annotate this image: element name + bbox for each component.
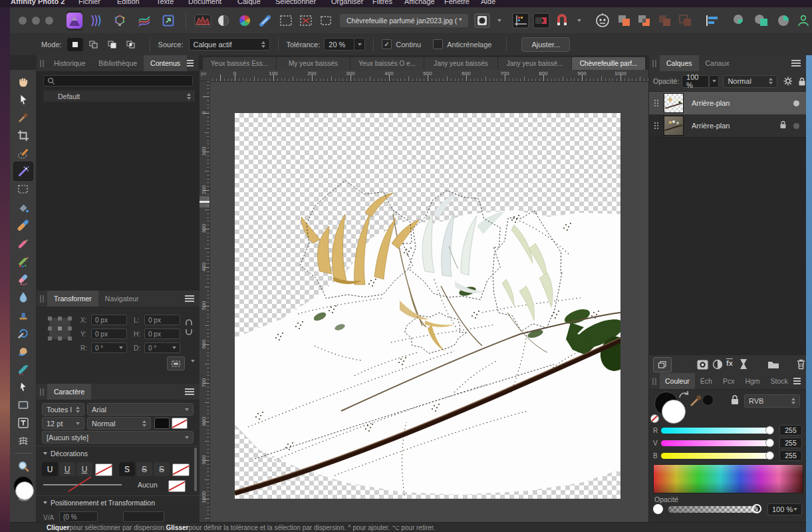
mode-intersect-button[interactable]: [123, 38, 139, 51]
slider-knob[interactable]: [765, 426, 774, 435]
slider-value[interactable]: 255: [779, 425, 802, 436]
blur-tool[interactable]: [14, 288, 33, 306]
panel-grip[interactable]: [649, 55, 660, 71]
color-replacement-tool[interactable]: [14, 252, 33, 270]
transform-field-input[interactable]: 0 °: [144, 342, 180, 353]
layer-row-0[interactable]: Arrière-plan: [649, 92, 806, 115]
document-tab-1[interactable]: My yeux baissés: [277, 57, 350, 70]
develop-persona-icon[interactable]: [111, 12, 128, 29]
tolerance-chevron[interactable]: [354, 38, 365, 51]
positioning-section-header[interactable]: Positionnement et Transformation: [43, 499, 155, 507]
color-spectrum-picker[interactable]: [653, 464, 803, 493]
menu-item-filtres[interactable]: Filtres: [372, 0, 392, 5]
document-tab-0[interactable]: Yeux baissés Ess...: [203, 57, 276, 70]
color-tab-stock[interactable]: Stock: [765, 373, 793, 389]
boolean-subtract-icon[interactable]: [636, 12, 653, 29]
menu-item-affichage[interactable]: Affichage: [404, 0, 435, 5]
marquee-tool[interactable]: [14, 180, 33, 198]
selection-brush-tool[interactable]: [14, 144, 33, 162]
layer-row-1[interactable]: Arrière-plan: [649, 114, 806, 138]
macos-menubar[interactable]: Affinity Photo 2FichierÉditionTexteDocum…: [0, 0, 812, 7]
assistant-grid-icon[interactable]: [512, 12, 529, 29]
contents-search-input[interactable]: [43, 75, 193, 86]
opacity-slider-knob[interactable]: [752, 504, 761, 513]
crop-tool[interactable]: [14, 126, 33, 144]
boolean-add-icon[interactable]: [616, 12, 633, 29]
strike-double-button[interactable]: S: [154, 462, 170, 476]
tab-caractere[interactable]: Caractère: [47, 384, 91, 400]
color-picker-icon[interactable]: [689, 393, 704, 408]
layer-visibility-dot[interactable]: [793, 100, 799, 106]
layer-thumbnail[interactable]: [664, 116, 684, 136]
pan-tool[interactable]: [14, 72, 33, 90]
clip-warning-icon[interactable]: [533, 12, 550, 29]
erase-tool[interactable]: [14, 270, 33, 288]
mask-chevron[interactable]: [491, 12, 508, 29]
layer-opacity-input[interactable]: 100 %: [682, 75, 709, 88]
color-tab-pcx[interactable]: Pcx: [718, 373, 740, 389]
decoration-color-swatch[interactable]: [168, 480, 186, 492]
arrange-persona-1-icon[interactable]: [731, 12, 748, 29]
document-tab-2[interactable]: Yeux baissés O e...: [350, 57, 424, 70]
layer-settings-gear-icon[interactable]: [783, 76, 793, 86]
undo-brush-tool[interactable]: [14, 324, 33, 342]
menu-item-calque[interactable]: Calque: [237, 0, 261, 5]
transform-field-input[interactable]: 0 px: [91, 315, 127, 325]
tab-calques[interactable]: Calques: [660, 55, 699, 71]
tab-contenus[interactable]: Contenus: [144, 55, 187, 71]
slider-track[interactable]: [661, 453, 773, 459]
slider-value[interactable]: 255: [779, 438, 802, 448]
layer-locked-icon[interactable]: [779, 120, 787, 132]
flood-select-tool[interactable]: [14, 162, 33, 180]
arrange-persona-2-icon[interactable]: [753, 12, 770, 29]
tracking-input[interactable]: [123, 511, 164, 522]
mask-tool-icon[interactable]: [474, 12, 491, 29]
color-tab-couleur[interactable]: Couleur: [660, 373, 695, 389]
layer-thumbnail[interactable]: [664, 93, 684, 113]
mesh-warp-tool[interactable]: [14, 432, 33, 450]
panel-grip[interactable]: [649, 373, 660, 389]
contrast-icon[interactable]: [215, 12, 232, 29]
live-filter-icon[interactable]: [740, 358, 747, 370]
font-size-dropdown[interactable]: 12 pt: [42, 417, 84, 430]
snapping-chevron[interactable]: [571, 12, 588, 29]
underline-none-button[interactable]: U: [42, 462, 58, 476]
panel-menu-icon[interactable]: [187, 60, 194, 61]
panel-menu-icon[interactable]: [791, 60, 801, 61]
panel-menu-icon[interactable]: [185, 388, 194, 390]
panel-grip[interactable]: [37, 291, 47, 307]
panel-menu-icon[interactable]: [793, 378, 801, 379]
tab-bibliotheque[interactable]: Bibliothèque: [92, 55, 144, 71]
color-tab-hgm[interactable]: Hgm: [740, 373, 765, 389]
color-picker-tool[interactable]: [14, 108, 33, 126]
tab-historique[interactable]: Historique: [47, 55, 92, 71]
continu-checkbox[interactable]: ✓: [382, 39, 392, 49]
font-collection-dropdown[interactable]: Toutes les...: [42, 403, 84, 416]
color-lock-icon[interactable]: [730, 394, 740, 406]
invert-selection-icon[interactable]: [317, 12, 335, 29]
transform-field-input[interactable]: 0 °: [91, 342, 127, 353]
underline-single-button[interactable]: U: [59, 462, 75, 476]
link-dimensions-icon[interactable]: [184, 319, 194, 338]
opacity-full-swatch[interactable]: [653, 504, 663, 514]
selection-icon[interactable]: [277, 12, 295, 29]
font-family-dropdown[interactable]: Arial: [87, 403, 194, 416]
alignment-icon[interactable]: [704, 12, 721, 29]
picked-color-swatch[interactable]: [702, 394, 714, 406]
font-weight-dropdown[interactable]: Normal: [87, 417, 151, 430]
strike-none-button[interactable]: S: [119, 462, 135, 476]
text-tool[interactable]: [14, 414, 33, 432]
group-layers-folder-icon[interactable]: [767, 360, 779, 369]
transform-options-button[interactable]: [167, 356, 185, 370]
photo-persona-icon[interactable]: [67, 11, 82, 31]
histogram-icon[interactable]: [194, 12, 211, 29]
menu-item-texte[interactable]: Texte: [156, 0, 174, 5]
toolbar-separator[interactable]: [177, 12, 194, 29]
underline-double-button[interactable]: U: [76, 462, 92, 476]
document-tab-4[interactable]: Jany yeux baissé...: [498, 57, 571, 70]
paint-brush-tool[interactable]: [14, 234, 33, 252]
zoom-tool[interactable]: [14, 457, 33, 475]
tab-canaux[interactable]: Canaux: [699, 55, 736, 71]
mode-replace-button[interactable]: [67, 38, 83, 51]
text-style-dropdown[interactable]: [Aucun style]: [42, 431, 194, 444]
